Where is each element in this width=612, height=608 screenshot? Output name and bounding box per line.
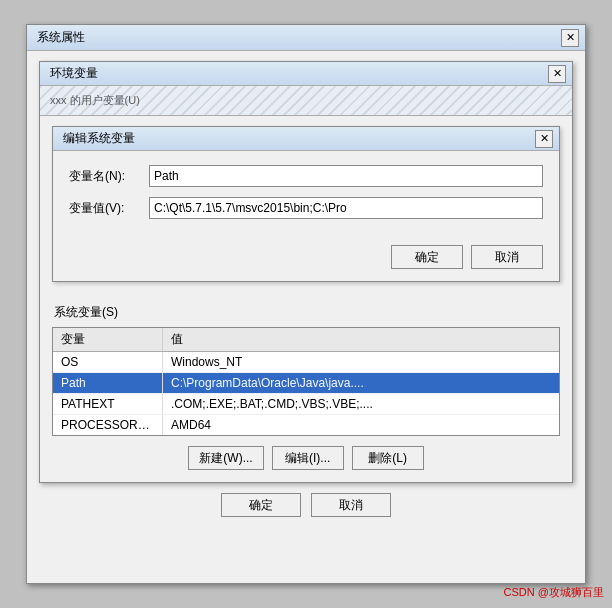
var-name-input[interactable] [149,165,543,187]
inner-confirm-button[interactable]: 确定 [391,245,463,269]
system-vars-table: 变量 值 OSWindows_NTPathC:\ProgramData\Orac… [52,327,560,436]
new-button[interactable]: 新建(W)... [188,446,263,470]
inner-window: 编辑系统变量 ✕ 变量名(N): 变量值(V): 确定 取消 [52,126,560,282]
table-row[interactable]: OSWindows_NT [53,352,559,373]
inner-cancel-button[interactable]: 取消 [471,245,543,269]
inner-window-content: 变量名(N): 变量值(V): [53,151,559,241]
table-body[interactable]: OSWindows_NTPathC:\ProgramData\Oracle\Ja… [53,352,559,435]
outer-window-content: 环境变量 ✕ xxx 的用户变量(U) 编辑系统变量 ✕ 变量名(N): [27,51,585,535]
outer-close-button[interactable]: ✕ [561,29,579,47]
system-vars-buttons: 新建(W)... 编辑(I)... 删除(L) [52,446,560,470]
mid-window: 环境变量 ✕ xxx 的用户变量(U) 编辑系统变量 ✕ 变量名(N): [39,61,573,483]
mid-title-bar: 环境变量 ✕ [40,62,572,86]
cell-value: C:\ProgramData\Oracle\Java\java.... [163,373,559,393]
cell-value: .COM;.EXE;.BAT;.CMD;.VBS;.VBE;.... [163,394,559,414]
var-name-label: 变量名(N): [69,168,149,185]
bottom-cancel-button[interactable]: 取消 [311,493,391,517]
mid-window-title: 环境变量 [46,65,98,82]
cell-name: Path [53,373,163,393]
cell-value: Windows_NT [163,352,559,372]
var-name-row: 变量名(N): [69,165,543,187]
col-header-value: 值 [163,328,559,351]
user-vars-placeholder: xxx 的用户变量(U) [40,86,572,116]
col-header-name: 变量 [53,328,163,351]
inner-title-bar: 编辑系统变量 ✕ [53,127,559,151]
watermark: CSDN @攻城狮百里 [504,585,604,600]
cell-name: PROCESSOR_AR... [53,415,163,435]
table-header: 变量 值 [53,328,559,352]
cell-value: AMD64 [163,415,559,435]
inner-close-button[interactable]: ✕ [535,130,553,148]
table-row[interactable]: PROCESSOR_AR...AMD64 [53,415,559,435]
bottom-confirm-button[interactable]: 确定 [221,493,301,517]
mid-close-button[interactable]: ✕ [548,65,566,83]
inner-window-title: 编辑系统变量 [59,130,135,147]
table-row[interactable]: PathC:\ProgramData\Oracle\Java\java.... [53,373,559,394]
user-vars-label: xxx 的用户变量(U) [50,93,140,108]
outer-title-bar: 系统属性 ✕ [27,25,585,51]
table-row[interactable]: PATHEXT.COM;.EXE;.BAT;.CMD;.VBS;.VBE;...… [53,394,559,415]
var-value-label: 变量值(V): [69,200,149,217]
inner-window-buttons: 确定 取消 [53,241,559,281]
system-vars-label: 系统变量(S) [52,304,560,321]
outer-window: 系统属性 ✕ 环境变量 ✕ xxx 的用户变量(U) 编辑系统变量 ✕ [26,24,586,584]
var-value-input[interactable] [149,197,543,219]
var-value-row: 变量值(V): [69,197,543,219]
cell-name: OS [53,352,163,372]
system-vars-section: 系统变量(S) 变量 值 OSWindows_NTPathC:\ProgramD… [40,296,572,482]
cell-name: PATHEXT [53,394,163,414]
outer-window-title: 系统属性 [33,29,85,46]
delete-button[interactable]: 删除(L) [352,446,424,470]
bottom-buttons: 确定 取消 [39,493,573,517]
edit-button[interactable]: 编辑(I)... [272,446,344,470]
